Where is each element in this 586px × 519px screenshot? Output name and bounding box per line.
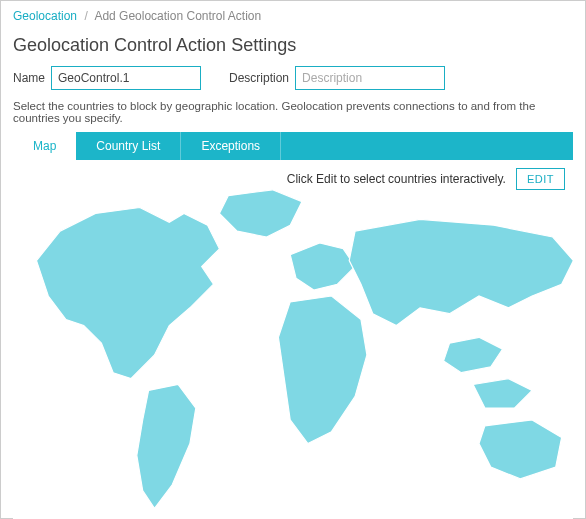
tab-exceptions[interactable]: Exceptions [181,132,281,160]
fields-row: Name Description [13,66,573,90]
breadcrumb-sep: / [84,9,87,23]
breadcrumb-root[interactable]: Geolocation [13,9,77,23]
description-field: Description [229,66,445,90]
description-input[interactable] [295,66,445,90]
breadcrumb-current: Add Geolocation Control Action [94,9,261,23]
name-label: Name [13,71,45,85]
map-panel: Click Edit to select countries interacti… [13,160,573,519]
name-field: Name [13,66,201,90]
tab-map[interactable]: Map [13,132,76,160]
map-hint: Click Edit to select countries interacti… [287,172,506,186]
edit-row: Click Edit to select countries interacti… [287,168,565,190]
name-input[interactable] [51,66,201,90]
world-map-icon [13,170,573,519]
description-label: Description [229,71,289,85]
breadcrumb: Geolocation / Add Geolocation Control Ac… [13,9,573,29]
helper-text: Select the countries to block by geograp… [13,100,573,124]
tab-bar: Map Country List Exceptions [13,132,573,160]
edit-button[interactable]: EDIT [516,168,565,190]
page-title: Geolocation Control Action Settings [13,35,573,56]
tab-country-list[interactable]: Country List [76,132,181,160]
